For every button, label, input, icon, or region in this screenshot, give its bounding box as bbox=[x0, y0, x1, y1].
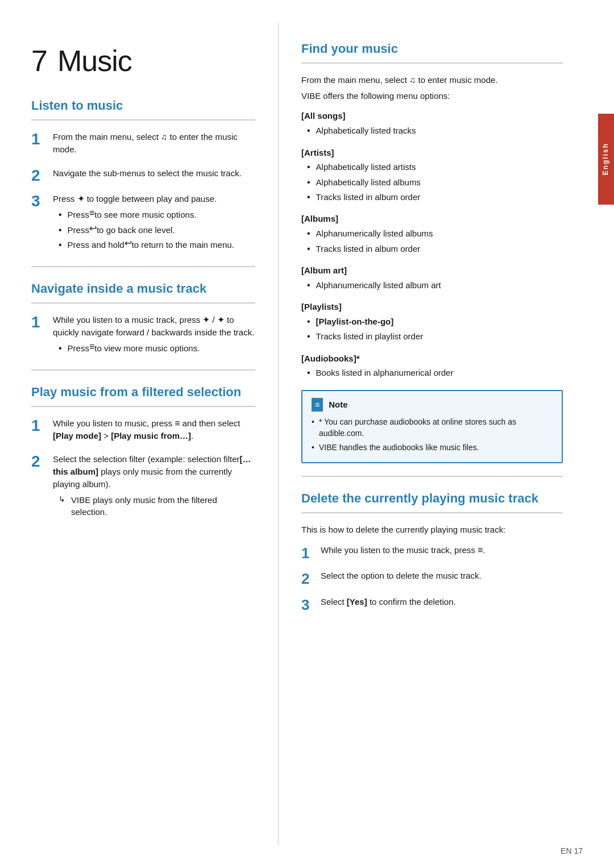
category-albums: [Albums] Alphanumerically listed albums … bbox=[301, 213, 563, 255]
category-playlists: [Playlists] [Playlist-on-the-go] Tracks … bbox=[301, 301, 563, 343]
audiobooks-item-1: Books listed in alphanumerical order bbox=[307, 367, 563, 379]
note-icon: ≡ bbox=[312, 398, 323, 412]
music-icon-2 bbox=[409, 75, 416, 85]
note-header: ≡ Note bbox=[312, 398, 553, 412]
navigate-step-1-content: While you listen to a music track, press… bbox=[53, 314, 255, 357]
delete-step-2-number: 2 bbox=[301, 570, 321, 589]
play-filtered-heading: Play music from a filtered selection bbox=[31, 383, 255, 407]
listen-step-1: 1 From the main menu, select to enter th… bbox=[31, 131, 255, 159]
artists-item-3: Tracks listed in album order bbox=[307, 191, 563, 203]
listen-step-3-bullets: Press ≡ to see more music options. Press… bbox=[59, 209, 255, 251]
all-songs-item-1: Alphabetically listed tracks bbox=[307, 124, 563, 137]
listen-step-3-text: Press ✦ to toggle between play and pause… bbox=[53, 193, 255, 205]
category-all-songs: [All songs] Alphabetically listed tracks bbox=[301, 110, 563, 137]
bullet-menu: Press ≡ to see more music options. bbox=[59, 209, 255, 221]
filtered-step-1-text: While you listen to music, press ≡ and t… bbox=[53, 417, 255, 442]
note-list: * You can purchase audiobooks at online … bbox=[312, 416, 553, 453]
playlists-heading: [Playlists] bbox=[301, 301, 563, 313]
divider-2 bbox=[31, 369, 255, 371]
album-art-item-1: Alphanumerically listed album art bbox=[307, 279, 563, 292]
menu-icon-delete: ≡ bbox=[478, 546, 483, 555]
filtered-step-2-number: 2 bbox=[31, 452, 53, 471]
delete-step-2: 2 Select the option to delete the music … bbox=[301, 570, 563, 589]
page-container: English 7Music Listen to music 1 From th… bbox=[0, 0, 614, 868]
music-icon bbox=[161, 132, 167, 142]
menu-icon-1: ≡ bbox=[89, 209, 94, 218]
albums-item-2: Tracks listed in album order bbox=[307, 243, 563, 255]
listen-step-1-number: 1 bbox=[31, 130, 53, 149]
category-artists: [Artists] Alphabetically listed artists … bbox=[301, 147, 563, 204]
delete-steps: 1 While you listen to the music track, p… bbox=[301, 544, 563, 615]
listen-step-2-content: Navigate the sub-menus to select the mus… bbox=[53, 167, 255, 183]
listen-step-2: 2 Navigate the sub-menus to select the m… bbox=[31, 167, 255, 185]
section-play-filtered: Play music from a filtered selection 1 W… bbox=[31, 383, 255, 521]
side-tab: English bbox=[598, 114, 614, 205]
delete-intro: This is how to delete the currently play… bbox=[301, 524, 563, 536]
bullet-back: Press ↩ to go back one level. bbox=[59, 224, 255, 236]
audiobooks-list: Books listed in alphanumerical order bbox=[307, 367, 563, 379]
listen-step-1-text: From the main menu, select to enter the … bbox=[53, 131, 255, 156]
filtered-bullet-arrow: VIBE plays only music from the filtered … bbox=[59, 494, 255, 519]
delete-step-3-text: Select [Yes] to confirm the deletion. bbox=[321, 596, 563, 608]
section-find-music: Find your music From the main menu, sele… bbox=[301, 40, 563, 463]
albums-heading: [Albums] bbox=[301, 213, 563, 225]
playlists-list: [Playlist-on-the-go] Tracks listed in pl… bbox=[307, 315, 563, 343]
nav-icon: ✦ bbox=[77, 194, 85, 203]
menu-icon-2: ≡ bbox=[89, 342, 94, 351]
filtered-step-1-number: 1 bbox=[31, 416, 53, 435]
artists-item-1: Alphabetically listed artists bbox=[307, 161, 563, 173]
delete-step-1-content: While you listen to the music track, pre… bbox=[321, 544, 563, 560]
bullet-hold-back: Press and hold ↩ to return to the main m… bbox=[59, 239, 255, 251]
listen-step-3-number: 3 bbox=[31, 192, 53, 211]
yes-label: [Yes] bbox=[347, 597, 367, 607]
find-intro-1: From the main menu, select to enter musi… bbox=[301, 74, 563, 86]
find-music-heading: Find your music bbox=[301, 40, 563, 64]
audiobooks-heading: [Audiobooks]* bbox=[301, 352, 563, 365]
delete-step-1-number: 1 bbox=[301, 544, 321, 563]
navigate-step-1-text: While you listen to a music track, press… bbox=[53, 314, 255, 339]
navigate-heading: Navigate inside a music track bbox=[31, 280, 255, 304]
listen-step-1-content: From the main menu, select to enter the … bbox=[53, 131, 255, 159]
back-icon-1: ↩ bbox=[89, 224, 97, 233]
navigate-step-1-bullets: Press ≡ to view more music options. bbox=[59, 342, 255, 355]
chapter-number: 7 bbox=[31, 44, 47, 77]
delete-step-1-text: While you listen to the music track, pre… bbox=[321, 544, 563, 556]
playlists-item-2: Tracks listed in playlist order bbox=[307, 330, 563, 343]
this-album-label: [… this album] bbox=[53, 454, 251, 476]
divider-right bbox=[301, 476, 563, 477]
artists-item-2: Alphabetically listed albums bbox=[307, 176, 563, 189]
play-mode-label: [Play mode] bbox=[53, 431, 101, 441]
all-songs-heading: [All songs] bbox=[301, 110, 563, 122]
find-intro-2: VIBE offers the following menu options: bbox=[301, 90, 563, 102]
listen-step-3-content: Press ✦ to toggle between play and pause… bbox=[53, 193, 255, 254]
albums-list: Alphanumerically listed albums Tracks li… bbox=[307, 227, 563, 255]
filtered-step-2-content: Select the selection filter (example: se… bbox=[53, 453, 255, 521]
side-tab-text: English bbox=[601, 143, 611, 175]
listen-step-3: 3 Press ✦ to toggle between play and pau… bbox=[31, 193, 255, 254]
filtered-step-1-content: While you listen to music, press ≡ and t… bbox=[53, 417, 255, 446]
delete-step-2-content: Select the option to delete the music tr… bbox=[321, 570, 563, 585]
albums-item-1: Alphanumerically listed albums bbox=[307, 227, 563, 240]
right-column: Find your music From the main menu, sele… bbox=[279, 23, 594, 845]
filtered-step-1: 1 While you listen to music, press ≡ and… bbox=[31, 417, 255, 446]
nav-icon-fwd: ✦ bbox=[202, 315, 210, 325]
left-column: 7Music Listen to music 1 From the main m… bbox=[0, 23, 279, 845]
delete-step-1: 1 While you listen to the music track, p… bbox=[301, 544, 563, 563]
note-item-2: VIBE handles the audiobooks like music f… bbox=[312, 442, 553, 453]
listen-step-2-number: 2 bbox=[31, 166, 53, 185]
listen-step-2-text: Navigate the sub-menus to select the mus… bbox=[53, 167, 255, 180]
navigate-bullet-menu: Press ≡ to view more music options. bbox=[59, 342, 255, 355]
chapter-title: Music bbox=[57, 44, 132, 77]
listen-to-music-heading: Listen to music bbox=[31, 97, 255, 121]
delete-step-2-text: Select the option to delete the music tr… bbox=[321, 570, 563, 582]
note-item-1: * You can purchase audiobooks at online … bbox=[312, 416, 553, 439]
page-footer: EN 17 bbox=[561, 845, 583, 857]
artists-heading: [Artists] bbox=[301, 147, 563, 159]
album-art-list: Alphanumerically listed album art bbox=[307, 279, 563, 292]
delete-heading: Delete the currently playing music track bbox=[301, 489, 563, 513]
delete-step-3-content: Select [Yes] to confirm the deletion. bbox=[321, 596, 563, 612]
playlists-item-1: [Playlist-on-the-go] bbox=[307, 315, 563, 328]
section-navigate-music-track: Navigate inside a music track 1 While yo… bbox=[31, 280, 255, 357]
section-listen-to-music: Listen to music 1 From the main menu, se… bbox=[31, 97, 255, 254]
play-music-from-label: [Play music from…] bbox=[111, 431, 191, 441]
